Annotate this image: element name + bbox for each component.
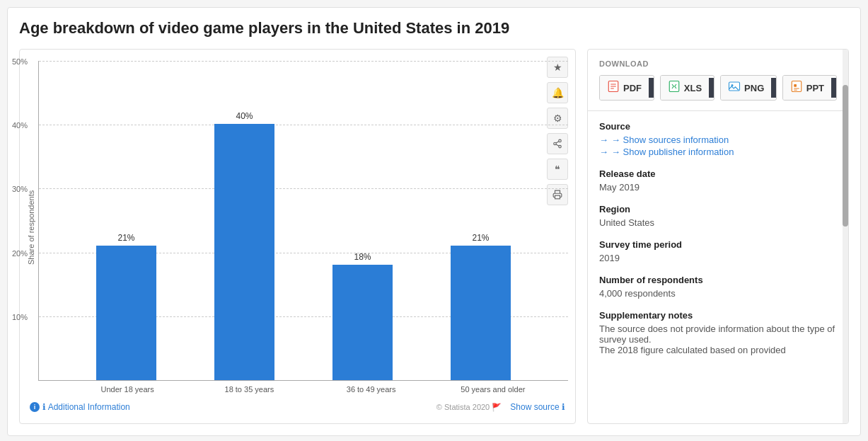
y-axis-label: Share of respondents	[27, 61, 35, 394]
release-date-label: Release date	[599, 168, 837, 179]
pdf-label: PDF	[623, 83, 642, 93]
ppt-plus[interactable]: +	[831, 78, 837, 98]
show-source-link[interactable]: Show source ℹ	[510, 402, 565, 412]
bars-container: 21% 40% 18%	[53, 61, 554, 380]
x-label-18to35: 18 to 35 years	[188, 385, 310, 394]
respondents-row: Number of respondents 4,000 respondents	[599, 275, 837, 299]
x-label-50plus: 50 years and older	[432, 385, 554, 394]
info-circle-icon: i	[30, 402, 40, 412]
chart-grid: 50% 40% 30% 20% 10%	[38, 61, 568, 381]
chart-footer: i ℹ Additional Information © Statista 20…	[27, 402, 568, 412]
xls-plus[interactable]: +	[709, 78, 714, 98]
survey-period-value: 2019	[599, 253, 837, 263]
bar-50plus: 21%	[422, 233, 540, 380]
png-download-button[interactable]: PNG +	[720, 75, 777, 101]
download-section: DOWNLOAD PDF +	[588, 50, 848, 111]
x-labels: Under 18 years 18 to 35 years 36 to 49 y…	[38, 385, 568, 394]
info-section: Source → → Show sources information → → …	[588, 111, 848, 423]
bar-value-under18: 21%	[117, 233, 134, 243]
survey-period-label: Survey time period	[599, 239, 837, 250]
pdf-plus[interactable]: +	[649, 78, 654, 98]
bar-rect-36to49	[332, 265, 393, 380]
supplementary-row: Supplementary notes The source does not …	[599, 310, 837, 355]
region-row: Region United States	[599, 204, 837, 228]
survey-period-row: Survey time period 2019	[599, 239, 837, 263]
source-label: Source	[599, 121, 837, 132]
copyright-text: © Statista 2020 🚩	[436, 403, 502, 412]
additional-info-link[interactable]: i ℹ Additional Information	[30, 402, 130, 412]
png-icon	[728, 80, 741, 96]
xls-download-button[interactable]: XLS +	[660, 75, 714, 101]
chart-area: ★ 🔔 ⚙ ❝ Share of res	[19, 49, 576, 424]
arrow-right-icon: →	[599, 134, 608, 145]
png-plus[interactable]: +	[771, 78, 776, 98]
bar-18to35: 40%	[185, 111, 303, 380]
download-title: DOWNLOAD	[599, 59, 837, 68]
bar-rect-18to35	[214, 124, 274, 380]
ppt-label: PPT	[806, 83, 824, 93]
show-sources-text: → Show sources information	[611, 134, 729, 145]
pdf-icon	[607, 80, 620, 96]
respondents-value: 4,000 respondents	[599, 288, 837, 299]
x-label-36to49: 36 to 49 years	[311, 385, 432, 394]
scrollbar-track[interactable]	[843, 50, 848, 423]
bar-rect-under18	[96, 246, 156, 380]
show-publisher-text: → Show publisher information	[611, 147, 734, 157]
ppt-download-button[interactable]: PPT +	[782, 75, 837, 101]
bar-under18: 21%	[67, 233, 185, 380]
supplementary-label: Supplementary notes	[599, 310, 837, 321]
png-label: PNG	[744, 83, 764, 93]
supplementary-value: The source does not provide information …	[599, 323, 837, 355]
arrow-right-icon2: →	[599, 147, 608, 157]
bar-value-36to49: 18%	[354, 252, 371, 262]
page-title: Age breakdown of video game players in t…	[19, 19, 849, 38]
respondents-label: Number of respondents	[599, 275, 837, 285]
xls-icon	[668, 80, 681, 96]
ppt-icon	[790, 80, 803, 96]
region-value: United States	[599, 217, 837, 228]
svg-rect-7	[669, 81, 679, 92]
xls-label: XLS	[684, 83, 702, 93]
sidebar: DOWNLOAD PDF +	[587, 49, 849, 424]
bar-rect-50plus	[451, 246, 511, 380]
download-buttons: PDF + XLS +	[599, 75, 837, 101]
show-publisher-link[interactable]: → → Show publisher information	[599, 147, 837, 157]
bar-value-50plus: 21%	[472, 233, 489, 243]
pdf-download-button[interactable]: PDF +	[599, 75, 654, 101]
release-date-row: Release date May 2019	[599, 168, 837, 193]
show-sources-link[interactable]: → → Show sources information	[599, 134, 837, 145]
svg-rect-11	[794, 84, 797, 87]
bar-value-18to35: 40%	[236, 111, 253, 121]
additional-info-text: ℹ Additional Information	[42, 402, 130, 412]
source-row: Source → → Show sources information → → …	[599, 121, 837, 157]
region-label: Region	[599, 204, 837, 214]
x-label-under18: Under 18 years	[66, 385, 188, 394]
scrollbar-thumb[interactable]	[843, 85, 848, 227]
release-date-value: May 2019	[599, 182, 837, 193]
bar-36to49: 18%	[303, 252, 422, 380]
